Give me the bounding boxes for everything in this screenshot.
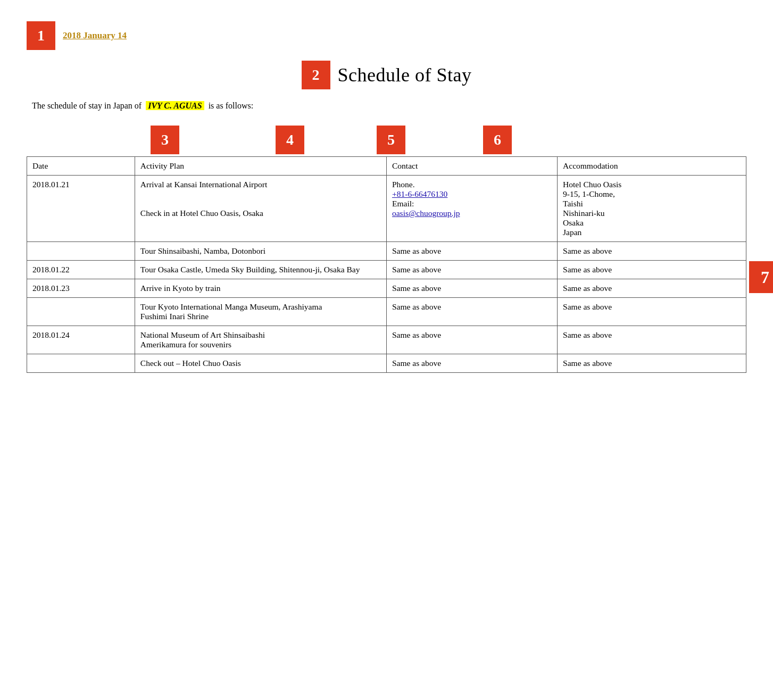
table-header-row: Date Activity Plan Contact Accommodation <box>27 157 746 176</box>
cell-date-4 <box>27 298 135 326</box>
cell-activity-5: National Museum of Art ShinsaibashiAmeri… <box>135 326 386 354</box>
schedule-table: Date Activity Plan Contact Accommodation… <box>27 156 746 373</box>
cell-accommodation-6: Same as above <box>558 354 746 373</box>
cell-activity-4: Tour Kyoto International Manga Museum, A… <box>135 298 386 326</box>
badge-1: 1 <box>27 21 55 50</box>
badge-6-wrap: 6 <box>442 126 553 156</box>
table-row: Tour Kyoto International Manga Museum, A… <box>27 298 746 326</box>
cell-date-3: 2018.01.23 <box>27 279 135 298</box>
contact-email[interactable]: oasis@chuogroup.jp <box>392 209 460 218</box>
title-row: 2 Schedule of Stay <box>27 61 746 89</box>
cell-contact-4: Same as above <box>386 298 557 326</box>
cell-contact-2: Same as above <box>386 261 557 279</box>
col-header-date: Date <box>27 157 135 176</box>
cell-date-0: 2018.01.21 <box>27 176 135 242</box>
badge-2: 2 <box>302 61 330 89</box>
table-row: 2018.01.24National Museum of Art Shinsai… <box>27 326 746 354</box>
cell-contact-3: Same as above <box>386 279 557 298</box>
cell-accommodation-2: Same as above <box>558 261 746 279</box>
table-row: Tour Shinsaibashi, Namba, DotonboriSame … <box>27 242 746 261</box>
subtitle: The schedule of stay in Japan of IVY C. … <box>27 101 746 111</box>
date-text: 2018 January 14 <box>63 30 127 41</box>
badge-7-container: 7 <box>749 261 773 293</box>
cell-date-2: 2018.01.22 <box>27 261 135 279</box>
cell-activity-1: Tour Shinsaibashi, Namba, Dotonbori <box>135 242 386 261</box>
header-section: 1 2018 January 14 <box>27 21 746 50</box>
col-header-activity: Activity Plan <box>135 157 386 176</box>
cell-contact-5: Same as above <box>386 326 557 354</box>
cell-contact-1: Same as above <box>386 242 557 261</box>
cell-date-6 <box>27 354 135 373</box>
person-name: IVY C. AGUAS <box>146 101 204 110</box>
column-badges-row: 3 4 5 6 <box>27 126 746 156</box>
cell-date-5: 2018.01.24 <box>27 326 135 354</box>
badge-3-wrap: 3 <box>90 126 239 156</box>
badge-5: 5 <box>377 126 405 154</box>
badge-5-wrap: 5 <box>340 126 442 156</box>
badge-3: 3 <box>151 126 179 154</box>
table-row: Check out – Hotel Chuo OasisSame as abov… <box>27 354 746 373</box>
table-row: 2018.01.22Tour Osaka Castle, Umeda Sky B… <box>27 261 746 279</box>
table-row: 2018.01.21Arrival at Kansai Internationa… <box>27 176 746 242</box>
contact-email-label: Email: <box>392 199 414 208</box>
badge-4-wrap: 4 <box>239 126 340 156</box>
cell-activity-6: Check out – Hotel Chuo Oasis <box>135 354 386 373</box>
contact-phone[interactable]: +81-6-66476130 <box>392 189 447 198</box>
cell-contact-0: Phone.+81-6-66476130Email:oasis@chuogrou… <box>386 176 557 242</box>
col-header-accommodation: Accommodation <box>558 157 746 176</box>
badge-4: 4 <box>276 126 304 154</box>
page-title: Schedule of Stay <box>338 64 472 86</box>
contact-phone-label: Phone. <box>392 180 415 189</box>
table-row: 2018.01.23Arrive in Kyoto by trainSame a… <box>27 279 746 298</box>
cell-activity-0: Arrival at Kansai International AirportC… <box>135 176 386 242</box>
table-section: 3 4 5 6 Date Activity Plan Contact Accom… <box>27 126 746 373</box>
badge-7: 7 <box>749 261 773 293</box>
cell-accommodation-4: Same as above <box>558 298 746 326</box>
col-header-contact: Contact <box>386 157 557 176</box>
subtitle-after: is as follows: <box>209 101 253 110</box>
cell-activity-3: Arrive in Kyoto by train <box>135 279 386 298</box>
cell-accommodation-1: Same as above <box>558 242 746 261</box>
cell-date-1 <box>27 242 135 261</box>
cell-activity-2: Tour Osaka Castle, Umeda Sky Building, S… <box>135 261 386 279</box>
cell-accommodation-0: Hotel Chuo Oasis9-15, 1-Chome,TaishiNish… <box>558 176 746 242</box>
badge-6: 6 <box>483 126 512 154</box>
cell-accommodation-3: Same as above <box>558 279 746 298</box>
subtitle-before: The schedule of stay in Japan of <box>32 101 142 110</box>
cell-contact-6: Same as above <box>386 354 557 373</box>
cell-accommodation-5: Same as above <box>558 326 746 354</box>
